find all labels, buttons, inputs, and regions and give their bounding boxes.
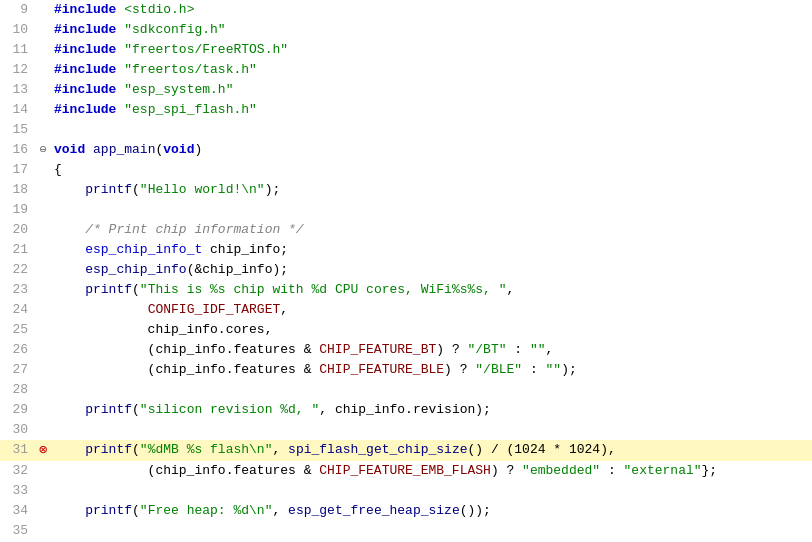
line-number: 28 — [0, 380, 36, 400]
line-marker — [36, 380, 50, 400]
line-marker — [36, 240, 50, 260]
line-number: 27 — [0, 360, 36, 380]
code-editor: 9#include <stdio.h>10#include "sdkconfig… — [0, 0, 812, 542]
line-content: #include "esp_spi_flash.h" — [50, 100, 812, 120]
code-line: 10#include "sdkconfig.h" — [0, 20, 812, 40]
line-number: 23 — [0, 280, 36, 300]
line-number: 35 — [0, 521, 36, 541]
line-content: esp_chip_info(&chip_info); — [50, 260, 812, 280]
code-line: 20 /* Print chip information */ — [0, 220, 812, 240]
line-marker — [36, 200, 50, 220]
code-line: 33 — [0, 481, 812, 501]
line-number: 26 — [0, 340, 36, 360]
line-marker — [36, 160, 50, 180]
line-content: (chip_info.features & CHIP_FEATURE_BT) ?… — [50, 340, 812, 360]
line-number: 13 — [0, 80, 36, 100]
line-marker — [36, 80, 50, 100]
line-number: 33 — [0, 481, 36, 501]
line-number: 17 — [0, 160, 36, 180]
line-content: printf("Free heap: %d\n", esp_get_free_h… — [50, 501, 812, 521]
code-line: 14#include "esp_spi_flash.h" — [0, 100, 812, 120]
line-content: esp_chip_info_t chip_info; — [50, 240, 812, 260]
line-content — [50, 481, 812, 501]
line-marker: ⊖ — [36, 140, 50, 160]
code-line: 22 esp_chip_info(&chip_info); — [0, 260, 812, 280]
line-content: printf("%dMB %s flash\n", spi_flash_get_… — [50, 440, 812, 461]
line-content: printf("Hello world!\n"); — [50, 180, 812, 200]
line-content: printf("This is %s chip with %d CPU core… — [50, 280, 812, 300]
line-marker — [36, 20, 50, 40]
code-line: 25 chip_info.cores, — [0, 320, 812, 340]
code-line: 21 esp_chip_info_t chip_info; — [0, 240, 812, 260]
line-content: CONFIG_IDF_TARGET, — [50, 300, 812, 320]
line-marker — [36, 120, 50, 140]
code-line: 13#include "esp_system.h" — [0, 80, 812, 100]
line-marker — [36, 461, 50, 481]
line-content: chip_info.cores, — [50, 320, 812, 340]
line-marker — [36, 320, 50, 340]
code-line: 32 (chip_info.features & CHIP_FEATURE_EM… — [0, 461, 812, 481]
line-marker — [36, 260, 50, 280]
line-content: (chip_info.features & CHIP_FEATURE_BLE) … — [50, 360, 812, 380]
code-line: 19 — [0, 200, 812, 220]
line-number: 15 — [0, 120, 36, 140]
line-content — [50, 420, 812, 440]
line-marker — [36, 0, 50, 20]
line-content: (chip_info.features & CHIP_FEATURE_EMB_F… — [50, 461, 812, 481]
line-number: 11 — [0, 40, 36, 60]
line-content: #include "freertos/FreeRTOS.h" — [50, 40, 812, 60]
line-content: { — [50, 160, 812, 180]
line-content: void app_main(void) — [50, 140, 812, 160]
code-line: 17{ — [0, 160, 812, 180]
code-line: 16⊖void app_main(void) — [0, 140, 812, 160]
line-number: 24 — [0, 300, 36, 320]
code-line: 23 printf("This is %s chip with %d CPU c… — [0, 280, 812, 300]
line-marker — [36, 521, 50, 541]
line-content: #include <stdio.h> — [50, 0, 812, 20]
line-marker — [36, 481, 50, 501]
code-line: 18 printf("Hello world!\n"); — [0, 180, 812, 200]
line-number: 20 — [0, 220, 36, 240]
line-number: 30 — [0, 420, 36, 440]
line-content: #include "esp_system.h" — [50, 80, 812, 100]
line-marker — [36, 100, 50, 120]
line-marker — [36, 220, 50, 240]
code-line: 15 — [0, 120, 812, 140]
code-line: 35 — [0, 521, 812, 541]
line-number: 14 — [0, 100, 36, 120]
line-marker — [36, 60, 50, 80]
line-marker — [36, 340, 50, 360]
line-content: printf("silicon revision %d, ", chip_inf… — [50, 400, 812, 420]
line-marker — [36, 40, 50, 60]
line-content — [50, 120, 812, 140]
line-marker: ⊗ — [36, 440, 50, 461]
line-content — [50, 521, 812, 541]
line-marker — [36, 420, 50, 440]
line-number: 12 — [0, 60, 36, 80]
code-line: 24 CONFIG_IDF_TARGET, — [0, 300, 812, 320]
line-number: 34 — [0, 501, 36, 521]
line-content — [50, 200, 812, 220]
code-line: 31⊗ printf("%dMB %s flash\n", spi_flash_… — [0, 440, 812, 461]
code-line: 30 — [0, 420, 812, 440]
line-number: 18 — [0, 180, 36, 200]
code-line: 11#include "freertos/FreeRTOS.h" — [0, 40, 812, 60]
line-content: #include "sdkconfig.h" — [50, 20, 812, 40]
code-line: 27 (chip_info.features & CHIP_FEATURE_BL… — [0, 360, 812, 380]
line-number: 31 — [0, 440, 36, 461]
code-line: 28 — [0, 380, 812, 400]
line-content: /* Print chip information */ — [50, 220, 812, 240]
line-marker — [36, 400, 50, 420]
line-number: 10 — [0, 20, 36, 40]
line-number: 25 — [0, 320, 36, 340]
line-marker — [36, 300, 50, 320]
line-number: 9 — [0, 0, 36, 20]
code-line: 34 printf("Free heap: %d\n", esp_get_fre… — [0, 501, 812, 521]
line-marker — [36, 360, 50, 380]
line-number: 29 — [0, 400, 36, 420]
line-number: 22 — [0, 260, 36, 280]
line-marker — [36, 280, 50, 300]
line-number: 19 — [0, 200, 36, 220]
code-line: 29 printf("silicon revision %d, ", chip_… — [0, 400, 812, 420]
code-line: 9#include <stdio.h> — [0, 0, 812, 20]
